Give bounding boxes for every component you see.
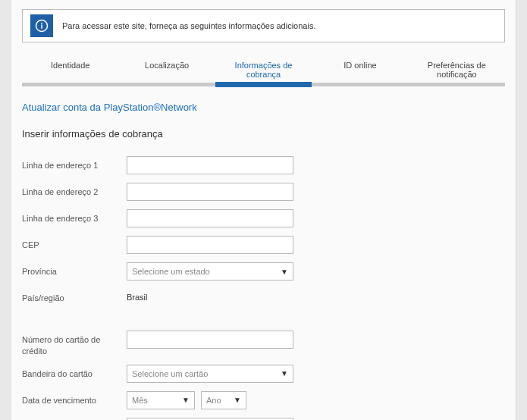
spacer [22, 312, 121, 322]
cc-number-input[interactable] [127, 331, 293, 349]
expiry-year-select[interactable]: Ano ▼ [201, 391, 246, 409]
cc-brand-selected: Selecione um cartão [132, 369, 208, 378]
label-expiry: Data de vencimento [22, 391, 121, 406]
label-address3: Linha de endereço 3 [22, 209, 121, 224]
info-notice: Para acessar este site, forneça as segui… [22, 9, 505, 42]
page-container: Para acessar este site, forneça as segui… [11, 0, 516, 420]
tab-notification-prefs[interactable]: Preferências de notificação [409, 55, 505, 86]
tab-label: ID online [343, 61, 376, 70]
tab-location[interactable]: Localização [118, 55, 215, 86]
address3-input[interactable] [127, 209, 293, 227]
tab-label: Localização [145, 61, 189, 70]
expiry-year-selected: Ano [206, 396, 221, 405]
label-cep: CEP [22, 236, 121, 250]
tab-label: Identidade [51, 61, 89, 70]
label-country: País/região [22, 289, 121, 303]
expiry-month-select[interactable]: Mês ▼ [127, 391, 195, 409]
tab-billing[interactable]: Informações de cobrança [215, 55, 312, 86]
chevron-down-icon: ▼ [281, 369, 288, 378]
cc-brand-select[interactable]: Selecione um cartão ▼ [127, 365, 293, 383]
label-address2: Linha de endereço 2 [22, 183, 121, 197]
tab-identity[interactable]: Identidade [22, 55, 118, 86]
spacer [127, 312, 505, 322]
chevron-down-icon: ▼ [281, 268, 288, 276]
svg-rect-2 [41, 25, 42, 29]
section-title: Inserir informações de cobrança [22, 128, 505, 139]
svg-point-1 [41, 23, 42, 24]
info-icon [30, 14, 53, 37]
wizard-tabs: Identidade Localização Informações de co… [22, 55, 505, 86]
tab-online-id[interactable]: ID online [312, 55, 408, 86]
tab-label: Informações de cobrança [235, 61, 293, 79]
update-psn-link[interactable]: Atualizar conta da PlayStation®Network [22, 102, 505, 113]
cep-input[interactable] [127, 236, 293, 254]
address2-input[interactable] [127, 183, 293, 201]
country-value: Brasil [127, 289, 505, 302]
chevron-down-icon: ▼ [234, 396, 241, 404]
chevron-down-icon: ▼ [182, 396, 190, 404]
billing-form: Linha de endereço 1 Linha de endereço 2 … [22, 156, 505, 420]
label-address1: Linha de endereço 1 [22, 156, 121, 171]
label-cc-brand: Bandeira do cartão [22, 365, 121, 379]
tab-label: Preferências de notificação [428, 61, 486, 79]
label-cc-number: Número do cartão de crédito [22, 331, 121, 356]
province-select[interactable]: Selecione um estado ▼ [127, 262, 293, 281]
expiry-month-selected: Mês [132, 396, 148, 405]
notice-message: Para acessar este site, forneça as segui… [62, 21, 315, 30]
label-province: Província [22, 262, 121, 277]
address1-input[interactable] [127, 156, 293, 174]
province-selected: Selecione um estado [132, 267, 210, 276]
